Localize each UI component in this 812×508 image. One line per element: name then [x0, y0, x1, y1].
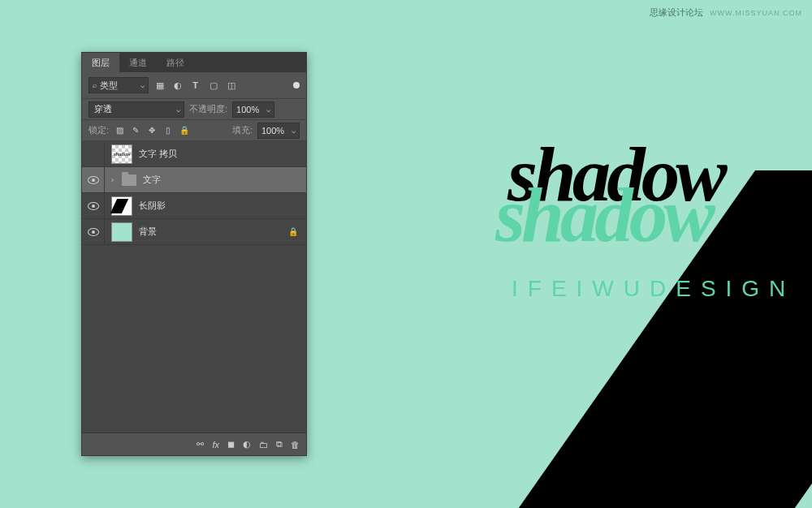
layer-thumbnail: shadow — [111, 144, 132, 164]
layer-name: 背景 — [139, 226, 157, 238]
watermark-text: 思缘设计论坛 — [650, 6, 703, 19]
new-layer-icon[interactable]: ⧉ — [276, 439, 283, 450]
blend-mode-select[interactable]: 穿透 — [89, 101, 184, 118]
layer-item-text-copy[interactable]: shadow 文字 拷贝 — [82, 141, 306, 167]
visibility-toggle[interactable] — [82, 219, 105, 244]
visibility-toggle[interactable] — [82, 141, 105, 166]
opacity-input[interactable]: 100% — [232, 101, 274, 118]
tab-layers[interactable]: 图层 — [82, 53, 119, 72]
layer-item-background[interactable]: 背景 🔒 — [82, 219, 306, 245]
lock-artboard-icon[interactable]: ▯ — [162, 126, 174, 135]
link-layers-icon[interactable]: ⚯ — [197, 439, 204, 450]
layer-thumbnail — [111, 222, 132, 242]
layers-list: shadow 文字 拷贝 › 文字 长阴影 背景 🔒 — [82, 141, 306, 433]
visibility-toggle[interactable] — [82, 193, 105, 218]
opacity-value: 100% — [236, 105, 259, 114]
filter-type-select[interactable]: ⌕ 类型 ⌵ — [89, 77, 149, 93]
panel-tabs: 图层 通道 路径 — [82, 53, 306, 72]
filter-type-icon[interactable]: T — [188, 79, 202, 93]
filter-type-label: 类型 — [100, 80, 118, 92]
expand-arrow-icon[interactable]: › — [111, 176, 114, 184]
lock-icon: 🔒 — [288, 227, 298, 236]
canvas-artwork: shadow shadow IFEIWUDESIGN — [430, 146, 812, 508]
layer-style-icon[interactable]: fx — [212, 440, 219, 450]
lock-row: 锁定: ▨ ✎ ✥ ▯ 🔒 填充: 100% — [82, 120, 306, 141]
lock-transparent-icon[interactable]: ▨ — [114, 126, 125, 135]
lock-icons: ▨ ✎ ✥ ▯ 🔒 — [114, 126, 190, 135]
layer-item-long-shadow[interactable]: 长阴影 — [82, 193, 306, 219]
layer-mask-icon[interactable]: ◼ — [227, 439, 235, 450]
blend-row: 穿透 不透明度: 100% — [82, 99, 306, 120]
eye-icon — [88, 202, 99, 210]
fill-input[interactable]: 100% — [257, 123, 300, 139]
filter-row: ⌕ 类型 ⌵ ▦ ◐ T ▢ ◫ — [82, 72, 306, 99]
lock-all-icon[interactable]: 🔒 — [179, 126, 190, 135]
filter-shape-icon[interactable]: ▢ — [206, 79, 220, 93]
chevron-down-icon: ⌵ — [140, 81, 145, 89]
layer-thumbnail — [111, 196, 132, 216]
watermark-url: WWW.MISSYUAN.COM — [710, 9, 802, 17]
adjustment-layer-icon[interactable]: ◐ — [243, 439, 251, 450]
eye-icon — [88, 176, 99, 184]
layer-name: 文字 — [143, 174, 161, 186]
layer-item-text-folder[interactable]: › 文字 — [82, 167, 306, 193]
main-text: shadow — [495, 170, 711, 260]
panel-footer: ⚯ fx ◼ ◐ 🗀 ⧉ 🗑 — [82, 433, 306, 455]
filter-pixel-icon[interactable]: ▦ — [153, 79, 166, 93]
fill-value: 100% — [261, 126, 284, 136]
lock-label: 锁定: — [89, 124, 109, 136]
lock-pixels-icon[interactable]: ✎ — [130, 126, 141, 135]
layer-name: 文字 拷贝 — [139, 148, 177, 160]
search-icon: ⌕ — [93, 81, 97, 89]
layers-panel: 图层 通道 路径 ⌕ 类型 ⌵ ▦ ◐ T ▢ ◫ 穿透 不透明度: 100% … — [81, 52, 307, 456]
filter-toggle-icon[interactable] — [293, 82, 300, 88]
blend-mode-value: 穿透 — [94, 103, 112, 115]
delete-layer-icon[interactable]: 🗑 — [291, 440, 300, 450]
tab-paths[interactable]: 路径 — [157, 53, 194, 72]
filter-smart-icon[interactable]: ◫ — [224, 79, 238, 93]
fill-label: 填充: — [232, 124, 253, 136]
opacity-label: 不透明度: — [189, 103, 227, 115]
layer-name: 长阴影 — [139, 200, 166, 212]
folder-icon — [122, 174, 136, 186]
new-group-icon[interactable]: 🗀 — [259, 440, 268, 450]
filter-adjustment-icon[interactable]: ◐ — [171, 79, 184, 93]
eye-icon — [88, 228, 99, 236]
lock-position-icon[interactable]: ✥ — [146, 126, 158, 135]
tab-channels[interactable]: 通道 — [119, 53, 157, 72]
watermark: 思缘设计论坛 WWW.MISSYUAN.COM — [650, 6, 802, 19]
visibility-toggle[interactable] — [82, 167, 105, 192]
sub-text: IFEIWUDESIGN — [512, 276, 795, 302]
